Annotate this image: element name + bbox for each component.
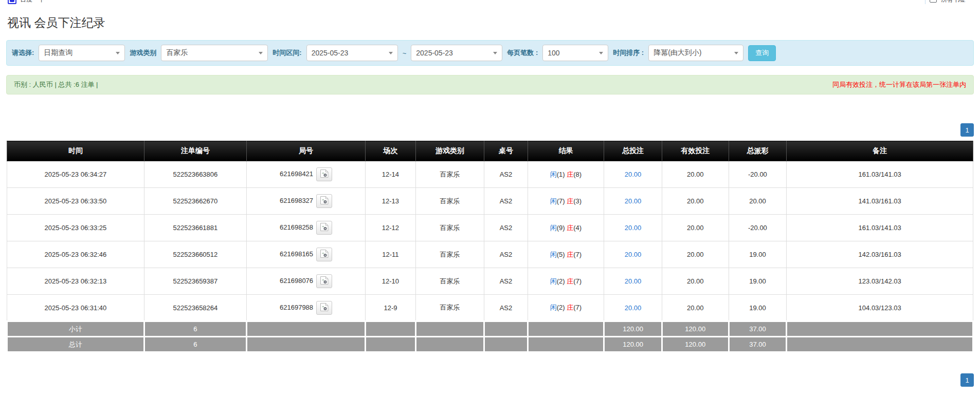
cell-payout: 19.00 xyxy=(729,295,787,322)
summary-note: 同局有效投注，统一计算在该局第一张注单内 xyxy=(832,80,966,89)
chevron-down-icon xyxy=(389,52,393,54)
baidu-favicon-icon xyxy=(8,0,16,4)
player-points: (9) xyxy=(557,224,565,232)
total-bet-link[interactable]: 20.00 xyxy=(625,224,642,232)
broken-image-icon xyxy=(319,222,330,232)
table-header-row: 时间 注单编号 局号 场次 游戏类别 桌号 结果 总投注 有效投注 总派彩 备注 xyxy=(7,141,973,161)
chevron-down-icon xyxy=(259,52,263,54)
round-number: 621698258 xyxy=(280,223,313,231)
time-sort-value: 降冪(由大到小) xyxy=(654,48,701,58)
round-number: 621697988 xyxy=(280,303,313,311)
player-points: (7) xyxy=(557,197,565,205)
cell-game: 百家乐 xyxy=(415,241,484,268)
page-size-dropdown[interactable]: 100 xyxy=(542,45,608,61)
cell-payout: -20.00 xyxy=(729,161,787,188)
total-bet-link[interactable]: 20.00 xyxy=(625,197,642,205)
cell-round: 621698076 xyxy=(246,268,365,295)
cell-valid-bet: 20.00 xyxy=(662,268,729,295)
round-media-button[interactable] xyxy=(316,301,332,315)
cell-round: 621698258 xyxy=(246,215,365,241)
banker-points: (3) xyxy=(573,197,582,205)
total-payout: 37.00 xyxy=(729,337,787,352)
round-media-button[interactable] xyxy=(316,274,332,288)
date-to-value: 2025-05-23 xyxy=(416,49,453,57)
cell-total-bet: 20.00 xyxy=(604,188,662,215)
game-type-label: 游戏类别 xyxy=(130,48,156,58)
cell-remark: 142.03/161.03 xyxy=(787,241,973,268)
cell-remark: 161.03/141.03 xyxy=(787,161,973,188)
col-payout: 总派彩 xyxy=(729,141,787,161)
cell-bet-id: 522523663806 xyxy=(144,161,246,188)
round-number: 621698421 xyxy=(280,170,313,178)
time-sort-dropdown[interactable]: 降冪(由大到小) xyxy=(648,45,743,61)
total-bet-link[interactable]: 20.00 xyxy=(625,277,642,285)
page-1-button[interactable]: 1 xyxy=(960,373,974,387)
table-row: 2025-05-23 06:33:25 522523661881 6216982… xyxy=(7,215,973,241)
cell-total-bet: 20.00 xyxy=(604,268,662,295)
round-media-button[interactable] xyxy=(316,194,332,208)
player-label: 闲 xyxy=(550,304,557,311)
total-bet-link[interactable]: 20.00 xyxy=(625,251,642,258)
cell-valid-bet: 20.00 xyxy=(662,188,729,215)
total-bet-link[interactable]: 20.00 xyxy=(625,171,642,178)
banker-label: 庄 xyxy=(567,224,573,232)
player-label: 闲 xyxy=(550,277,557,285)
grand-total-row: 总计 6 120.00 120.00 37.00 xyxy=(7,337,973,352)
total-bet-link[interactable]: 20.00 xyxy=(625,304,642,312)
subtotal-valid-bet: 120.00 xyxy=(662,322,729,337)
table-row: 2025-05-23 06:32:13 522523659387 6216980… xyxy=(7,268,973,295)
page-size-value: 100 xyxy=(548,49,559,57)
select-type-label: 请选择: xyxy=(12,48,34,58)
col-time: 时间 xyxy=(7,141,144,161)
game-type-dropdown[interactable]: 百家乐 xyxy=(161,45,268,61)
date-range-label: 时间区间: xyxy=(273,48,301,58)
round-media-button[interactable] xyxy=(316,167,332,181)
col-round: 局号 xyxy=(246,141,365,161)
game-type-value: 百家乐 xyxy=(166,48,188,58)
cell-bet-id: 522523662670 xyxy=(144,188,246,215)
round-media-button[interactable] xyxy=(316,248,332,261)
col-game-type: 游戏类别 xyxy=(415,141,484,161)
total-total-bet: 120.00 xyxy=(604,337,662,352)
query-type-dropdown[interactable]: 日期查询 xyxy=(39,45,125,61)
banker-points: (7) xyxy=(573,277,582,285)
chevron-down-icon xyxy=(493,52,497,54)
cell-payout: -20.00 xyxy=(729,215,787,241)
subtotal-payout: 37.00 xyxy=(729,322,787,337)
player-points: (2) xyxy=(557,304,565,311)
date-from-dropdown[interactable]: 2025-05-23 xyxy=(306,45,398,61)
broken-image-icon xyxy=(319,276,330,285)
cell-time: 2025-05-23 06:33:50 xyxy=(7,188,144,215)
page-size-label: 每页笔数 : xyxy=(507,48,538,58)
col-session: 场次 xyxy=(366,141,416,161)
banker-points: (7) xyxy=(573,304,582,311)
player-label: 闲 xyxy=(550,251,557,258)
banker-label: 庄 xyxy=(567,171,573,178)
all-bookmarks-button[interactable]: 所有书签 xyxy=(925,0,966,4)
cell-total-bet: 20.00 xyxy=(604,295,662,322)
cell-bet-id: 522523660512 xyxy=(144,241,246,268)
cell-remark: 141.03/161.03 xyxy=(787,188,973,215)
round-media-button[interactable] xyxy=(316,221,332,235)
page-container: 视讯 会员下注纪录 请选择: 日期查询 游戏类别 百家乐 时间区间: 2025-… xyxy=(0,15,980,387)
summary-bar: 币别 : 人民币 | 总共 :6 注单 | 同局有效投注，统一计算在该局第一张注… xyxy=(6,75,974,94)
cell-time: 2025-05-23 06:31:40 xyxy=(7,295,144,322)
chevron-down-icon xyxy=(116,52,120,54)
col-total-bet: 总投注 xyxy=(604,141,662,161)
filter-bar: 请选择: 日期查询 游戏类别 百家乐 时间区间: 2025-05-23 ~ 20… xyxy=(6,40,974,66)
cell-round: 621697988 xyxy=(246,295,365,322)
date-from-value: 2025-05-23 xyxy=(312,49,349,57)
cell-time: 2025-05-23 06:33:25 xyxy=(7,215,144,241)
page-1-button[interactable]: 1 xyxy=(960,123,974,137)
subtotal-label: 小计 xyxy=(7,322,144,337)
table-row: 2025-05-23 06:31:40 522523658264 6216979… xyxy=(7,295,973,322)
query-button[interactable]: 查询 xyxy=(748,45,776,61)
bookmark-item[interactable]: 百度一下 xyxy=(8,0,45,4)
table-row: 2025-05-23 06:33:50 522523662670 6216983… xyxy=(7,188,973,215)
col-bet-id: 注单编号 xyxy=(144,141,246,161)
broken-image-icon xyxy=(319,169,330,178)
cell-game: 百家乐 xyxy=(415,215,484,241)
date-to-dropdown[interactable]: 2025-05-23 xyxy=(411,45,502,61)
date-range-separator: ~ xyxy=(403,49,407,57)
player-label: 闲 xyxy=(550,171,557,178)
